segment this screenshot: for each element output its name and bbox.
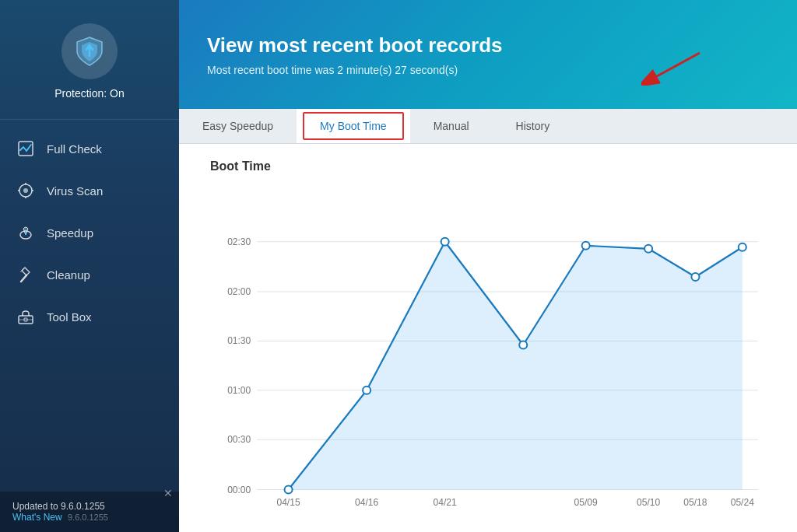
dot-3 [519, 341, 527, 348]
x-label-0: 04/15 [276, 497, 300, 508]
sidebar-item-full-check[interactable]: Full Check [0, 128, 179, 170]
x-label-5: 05/10 [637, 497, 660, 508]
svg-point-5 [23, 188, 28, 193]
close-footer-button[interactable]: ✕ [163, 487, 173, 499]
app-logo [61, 23, 118, 79]
dot-4 [582, 242, 590, 250]
protection-status: Protection: On [54, 87, 125, 100]
y-label-0: 00:00 [227, 485, 251, 495]
update-text: Updated to 9.6.0.1255 [12, 501, 167, 512]
chart-fill [289, 242, 743, 490]
x-label-2: 04/21 [434, 497, 457, 508]
cleanup-label: Cleanup [47, 268, 90, 282]
x-label-4: 05/09 [574, 497, 598, 508]
sidebar-item-virus-scan[interactable]: Virus Scan [0, 170, 179, 212]
x-label-6: 05/18 [683, 497, 707, 508]
sidebar: Protection: On Full Check [0, 0, 179, 532]
boot-time-chart: 00:00 00:30 01:00 01:30 02:00 02:30 [210, 186, 774, 512]
sidebar-item-cleanup[interactable]: Cleanup [0, 254, 179, 296]
y-label-1: 00:30 [227, 434, 251, 445]
sidebar-nav: Full Check Virus Scan [0, 120, 179, 492]
svg-line-12 [21, 275, 26, 282]
dot-5 [644, 245, 652, 253]
version-text: 9.6.0.1255 [68, 513, 108, 522]
x-label-1: 04/16 [355, 497, 378, 508]
sidebar-item-speedup[interactable]: Speedup [0, 212, 179, 254]
sidebar-header: Protection: On [0, 0, 179, 120]
chart-area: Boot Time 00:00 00:30 01:00 01:30 02:00 … [179, 144, 797, 532]
dot-6 [691, 273, 699, 281]
tabs-bar: Easy Speedup My Boot Time Manual History [179, 109, 797, 144]
dot-2 [441, 238, 449, 246]
dot-7 [739, 243, 746, 251]
x-label-7: 05/24 [731, 497, 754, 508]
speedup-label: Speedup [47, 226, 93, 240]
arrow-annotation [641, 47, 704, 86]
toolbox-icon [16, 306, 36, 327]
tool-box-label: Tool Box [47, 310, 92, 324]
tab-manual[interactable]: Manual [410, 109, 493, 143]
speedup-icon [16, 222, 36, 243]
tab-my-boot-time[interactable]: My Boot Time [297, 109, 410, 143]
virus-scan-icon [16, 180, 36, 201]
y-label-3: 01:30 [227, 335, 251, 346]
chart-title: Boot Time [210, 159, 774, 173]
dot-0 [285, 485, 293, 493]
y-label-2: 01:00 [227, 385, 251, 396]
full-check-icon [16, 138, 36, 159]
sidebar-footer: Updated to 9.6.0.1255 What's New 9.6.0.1… [0, 492, 179, 532]
main-content: View most recent boot records Most recen… [179, 0, 797, 532]
header-banner: View most recent boot records Most recen… [179, 0, 797, 109]
tab-easy-speedup[interactable]: Easy Speedup [179, 109, 297, 143]
chart-container: 00:00 00:30 01:00 01:30 02:00 02:30 [210, 186, 774, 512]
full-check-label: Full Check [47, 142, 102, 156]
y-label-4: 02:00 [227, 286, 251, 297]
tab-history[interactable]: History [493, 109, 574, 143]
cleanup-icon [16, 264, 36, 285]
whats-new-link[interactable]: What's New [12, 512, 62, 523]
shield-icon [72, 34, 107, 68]
svg-rect-3 [19, 142, 33, 156]
svg-line-18 [657, 53, 700, 76]
sidebar-item-tool-box[interactable]: Tool Box [0, 296, 179, 338]
y-label-5: 02:30 [227, 236, 251, 247]
dot-1 [363, 387, 370, 394]
virus-scan-label: Virus Scan [47, 184, 103, 198]
